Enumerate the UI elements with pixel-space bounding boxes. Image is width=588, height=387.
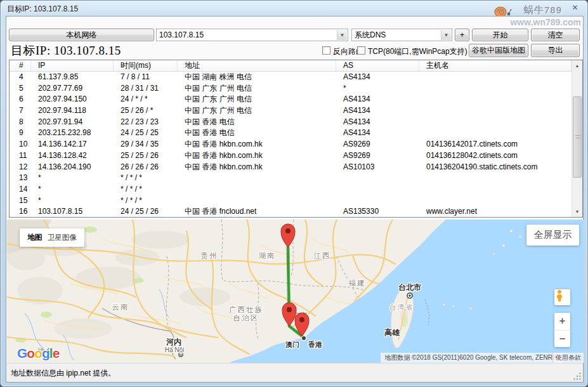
chevron-down-icon[interactable]: ▼ xyxy=(337,30,347,40)
google-logo-letter: G xyxy=(17,346,27,360)
table-cell: 中国 香港 电信 xyxy=(178,117,336,128)
table-cell: 4 xyxy=(10,72,31,83)
titlebar[interactable]: 目标IP: 103.107.8.15 蜗牛789 ✕ xyxy=(1,1,587,16)
column-header[interactable]: 主机名 xyxy=(419,60,572,71)
table-cell: 14.136.128.42 xyxy=(31,150,114,162)
table-cell: 25 / 26 / * xyxy=(114,105,178,117)
satellite-button[interactable]: 卫星图像 xyxy=(48,233,77,242)
tcp-label[interactable]: TCP(80端口,需WinPcap支持) xyxy=(368,46,467,57)
map-label: 江西 xyxy=(314,252,331,259)
table-cell: 中国 香港 电信 xyxy=(178,128,336,139)
clear-button[interactable]: 清空 xyxy=(531,29,580,41)
table-cell: 中国 广东 广州 电信 xyxy=(178,83,336,95)
table-cell: 13 xyxy=(10,173,31,184)
table-cell: 014136128042.ctinets.com xyxy=(419,150,572,162)
pegman-icon xyxy=(554,289,565,302)
add-dns-button[interactable]: + xyxy=(455,29,469,41)
table-row[interactable]: 1214.136.204.19026 / 26 / 26中国 香港 hkbn.c… xyxy=(10,162,572,173)
table-cell xyxy=(336,184,419,195)
table-row[interactable]: 8202.97.91.9422 / 23 / 23中国 香港 电信AS4134 xyxy=(10,117,572,128)
table-cell xyxy=(419,195,572,207)
scroll-up-icon[interactable]: ▲ xyxy=(572,60,582,71)
table-row[interactable]: 14** / * / * xyxy=(10,184,572,195)
watermark-url: www.wn789.com xyxy=(510,17,581,27)
table-cell: 7 xyxy=(10,105,31,117)
status-text: 地址数据信息由 ipip.net 提供。 xyxy=(11,368,115,379)
table-cell: 11 xyxy=(10,150,31,162)
google-china-map-button[interactable]: 谷歌中国版地图 xyxy=(469,44,528,57)
column-header[interactable]: # xyxy=(10,60,31,71)
column-header[interactable]: IP xyxy=(31,60,114,71)
hop-table-content: #IP时间(ms)地址AS主机名 461.137.9.857 / 8 / 11中… xyxy=(10,60,572,217)
resize-grip[interactable] xyxy=(573,372,582,381)
table-row[interactable]: 15** / * / * xyxy=(10,195,572,207)
target-ip-combobox[interactable]: 103.107.8.15 ▼ xyxy=(156,29,348,41)
map-type-button[interactable]: 地图 xyxy=(27,233,42,242)
map-label: 台北市 xyxy=(398,283,421,292)
map-label: 自治区 xyxy=(233,314,259,322)
table-cell: 15 xyxy=(10,195,31,207)
scroll-down-icon[interactable]: ▼ xyxy=(572,206,582,217)
table-cell: * xyxy=(31,184,114,195)
table-cell: 202.97.94.118 xyxy=(31,105,114,117)
table-row[interactable]: 9203.215.232.9824 / 25 / 25中国 香港 电信AS413… xyxy=(10,128,572,139)
table-cell: AS9269 xyxy=(336,139,419,150)
table-cell: 中国 湖南 株洲 电信 xyxy=(178,72,336,83)
start-button[interactable]: 开始 xyxy=(472,29,528,41)
table-cell: * xyxy=(336,83,419,95)
reverse-route-checkbox[interactable] xyxy=(322,46,330,55)
table-cell: 202.97.91.94 xyxy=(31,117,114,128)
map-panel: 贵州湖南江西福建云南广西壮族自治区广东缅甸台湾省台北市高雄河内Hà Nội澳门香… xyxy=(7,220,584,363)
zoom-out-button[interactable]: − xyxy=(554,331,570,348)
table-cell: AS4134 xyxy=(336,94,419,105)
map-canvas[interactable]: 贵州湖南江西福建云南广西壮族自治区广东缅甸台湾省台北市高雄河内Hà Nội澳门香… xyxy=(7,220,584,363)
table-cell: 12 xyxy=(10,162,31,173)
table-cell: 8 xyxy=(10,117,31,128)
table-row[interactable]: 5202.97.77.6928 / 31 / 31中国 广东 广州 电信* xyxy=(10,83,572,95)
table-cell xyxy=(336,173,419,184)
hop-table: #IP时间(ms)地址AS主机名 461.137.9.857 / 8 / 11中… xyxy=(9,60,583,218)
table-cell xyxy=(178,184,336,195)
hop-table-header[interactable]: #IP时间(ms)地址AS主机名 xyxy=(10,60,572,72)
table-cell: AS4134 xyxy=(336,105,419,117)
table-cell: 014136142017.ctinets.com xyxy=(419,139,572,150)
table-row[interactable]: 7202.97.94.11825 / 26 / *中国 广东 广州 电信AS41… xyxy=(10,105,572,117)
table-cell xyxy=(419,72,572,83)
fullscreen-button[interactable]: 全屏显示 xyxy=(526,225,579,246)
table-cell: 22 / 23 / 23 xyxy=(114,117,178,128)
table-scrollbar[interactable]: ▲ ▼ xyxy=(572,60,582,217)
column-header[interactable]: AS xyxy=(336,60,419,71)
pegman-button[interactable] xyxy=(554,289,570,305)
scrollbar-thumb[interactable] xyxy=(573,96,582,178)
column-header[interactable]: 地址 xyxy=(178,60,336,71)
close-button[interactable]: ✕ xyxy=(570,3,580,13)
table-row[interactable]: 6202.97.94.15024 / * / *中国 广东 广州 电信AS413… xyxy=(10,94,572,105)
status-bar: 地址数据信息由 ipip.net 提供。 xyxy=(6,363,583,382)
table-row[interactable]: 13** / * / * xyxy=(10,173,572,184)
marker-dot xyxy=(287,307,292,312)
table-cell xyxy=(419,105,572,117)
dns-combobox[interactable]: 系统DNS ▼ xyxy=(351,29,452,41)
table-cell: 202.97.94.150 xyxy=(31,94,114,105)
table-cell: * xyxy=(31,195,114,207)
table-cell: 5 xyxy=(10,83,31,95)
terms-link[interactable]: 使用条款 xyxy=(552,353,584,363)
export-button[interactable]: 导出 xyxy=(531,44,580,57)
dns-value: 系统DNS xyxy=(355,30,386,41)
table-cell xyxy=(419,184,572,195)
chevron-down-icon[interactable]: ▼ xyxy=(441,30,451,40)
table-row[interactable]: 461.137.9.857 / 8 / 11中国 湖南 株洲 电信AS4134 xyxy=(10,72,572,83)
map-label: 贵州 xyxy=(201,252,218,260)
google-logo[interactable]: Google xyxy=(17,346,59,361)
table-cell: 14 xyxy=(10,184,31,195)
column-header[interactable]: 时间(ms) xyxy=(114,60,178,71)
table-row[interactable]: 16103.107.8.1524 / 25 / 26中国 香港 fncloud.… xyxy=(10,206,572,217)
map-label: 澳门 xyxy=(285,341,299,348)
table-cell xyxy=(419,128,572,139)
map-label: 高雄 xyxy=(384,328,400,337)
table-row[interactable]: 1014.136.142.1729 / 34 / 35中国 香港 hkbn.co… xyxy=(10,139,572,150)
table-row[interactable]: 1114.136.128.4225 / 25 / 26中国 香港 hkbn.co… xyxy=(10,150,572,162)
zoom-in-button[interactable]: + xyxy=(554,313,570,331)
tcp-checkbox[interactable] xyxy=(357,46,365,55)
local-network-button[interactable]: 本机网络 xyxy=(9,29,154,41)
